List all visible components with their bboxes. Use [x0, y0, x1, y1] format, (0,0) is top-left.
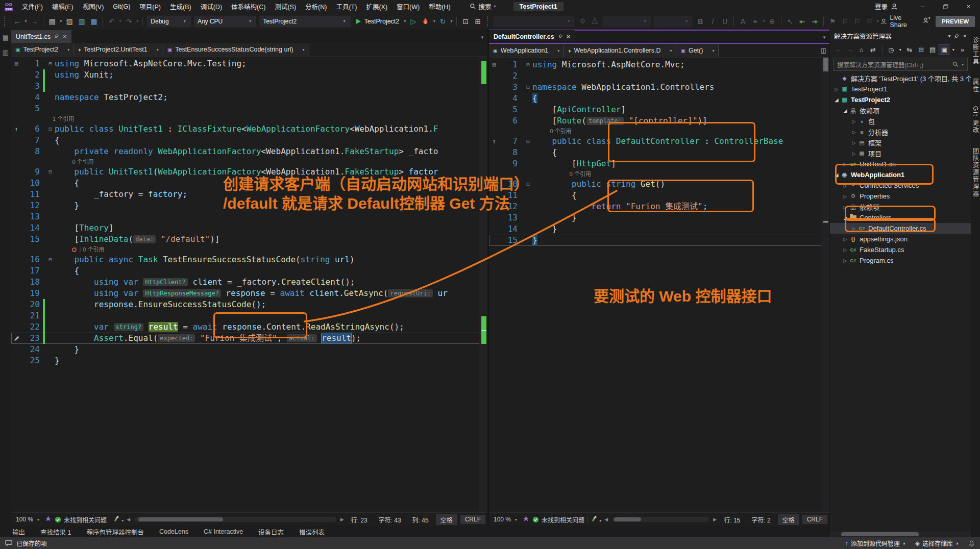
sign-in-button[interactable]: 登录 [875, 2, 898, 11]
fold-marker[interactable] [46, 265, 55, 277]
code-line[interactable]: 12 return "Furion 集成测试"; [489, 201, 829, 212]
code-line[interactable]: 8 { [489, 147, 829, 158]
close-tab-icon[interactable]: × [63, 33, 67, 40]
code-line[interactable]: 5 [ApiController] [489, 104, 829, 115]
collapse-all-icon[interactable]: ⊟ [916, 44, 926, 55]
menu-item-2[interactable]: 视图(V) [78, 0, 109, 13]
code-line[interactable]: 15 [InlineData(data: "/default")] [11, 234, 487, 245]
tree-item-properties[interactable]: ▷⚙Properties [830, 191, 971, 202]
menu-item-11[interactable]: 扩展(X) [361, 0, 392, 13]
search-box[interactable]: 搜索 ▾ [470, 2, 496, 11]
pin-icon[interactable] [54, 34, 59, 40]
close-tab-icon[interactable]: × [567, 33, 571, 40]
fold-marker[interactable]: ⊟ [46, 166, 55, 178]
zoom-select[interactable]: 100 %▾ [13, 516, 42, 523]
fold-marker[interactable] [46, 222, 55, 234]
fold-marker[interactable] [524, 190, 532, 201]
tree-item-testproject2[interactable]: ◢▣TestProject2 [830, 94, 971, 105]
code-line[interactable]: 6 [Route(template: "[controller]")] [489, 115, 829, 127]
fold-marker[interactable] [46, 299, 55, 310]
toolbar-button-open-folder[interactable]: ▨ [63, 15, 76, 28]
toolbar-button-navigate-back[interactable]: ← [11, 15, 23, 28]
code-line[interactable]: 3⊟namespace WebApplication1.Controllers [489, 82, 829, 93]
side-tab-0[interactable]: 诊断工具 [971, 37, 980, 65]
toolbar-button-bookmark-next[interactable]: ⚐ [851, 15, 863, 28]
code-line[interactable]: 19 using var HttpResponseMessage? respon… [11, 288, 487, 299]
tree-item-defaultcontroller-cs[interactable]: ▷C#DefaultController.cs [830, 223, 971, 234]
tab-overflow-icon[interactable]: ▼ [822, 35, 826, 40]
tree-item-program-cs[interactable]: ▷C#Program.cs [830, 255, 971, 266]
toolbar-grip[interactable] [4, 16, 9, 27]
caret[interactable]: ▾ [950, 44, 956, 55]
toolbar-button-pointer[interactable]: ↖ [784, 15, 796, 28]
menu-item-9[interactable]: 分析(N) [301, 0, 331, 13]
fold-marker[interactable] [46, 310, 55, 321]
menu-item-0[interactable]: 文件(F) [17, 0, 47, 13]
preview-button[interactable]: PREVIEW [936, 16, 975, 27]
code-line[interactable]: 23 Assert.Equal(expected: "Furion 集成测试",… [11, 333, 487, 344]
expanded-arrow-icon[interactable]: ◢ [842, 108, 849, 113]
dropdown-caret-icon[interactable]: ▾ [432, 19, 437, 23]
collapsed-arrow-icon[interactable]: ▷ [842, 237, 849, 242]
menu-item-1[interactable]: 编辑(E) [47, 0, 78, 13]
fold-marker[interactable] [524, 201, 532, 212]
code-line[interactable]: 8 private readonly WebApplicationFactory… [11, 146, 487, 157]
expanded-arrow-icon[interactable]: ◢ [833, 97, 840, 103]
pin-icon[interactable] [953, 33, 960, 39]
zoom-select[interactable]: 100 %▾ [491, 516, 520, 523]
toolbar-combo-30[interactable]: ▾ [494, 16, 575, 27]
feedback-button[interactable] [923, 17, 930, 26]
solution-search-input[interactable]: 搜索解决方案资源管理器(Ctrl+;) ▾ [833, 58, 968, 71]
more-icon[interactable]: » [957, 44, 968, 55]
scroll-left-icon[interactable]: ◀ [127, 517, 130, 522]
code-line[interactable]: ↑6⊟public class UnitTest1 : IClassFixtur… [11, 123, 487, 135]
menu-item-3[interactable]: Git(G) [108, 0, 135, 13]
toolbar-button-italic[interactable]: / [706, 15, 719, 28]
breadcrumb-item-1[interactable]: ♦TestProject2.UnitTest1▾ [74, 43, 163, 56]
dropdown-caret-icon[interactable]: ▾ [118, 19, 123, 23]
code-line[interactable]: 22 var string? result = await response.C… [11, 321, 487, 333]
collapsed-arrow-icon[interactable]: ▷ [850, 140, 857, 145]
fold-marker[interactable]: ⊟ [46, 123, 55, 135]
panel-tab-5[interactable]: 设备日志 [258, 527, 284, 537]
dropdown-caret-icon[interactable]: ▾ [402, 19, 407, 23]
toolbar-button-bold[interactable]: B [694, 15, 706, 28]
collapsed-arrow-icon[interactable]: ▷ [842, 162, 849, 167]
code-cleanup-button[interactable]: ▾ [591, 515, 601, 523]
code-line[interactable]: 24 } [11, 344, 487, 355]
fold-marker[interactable] [46, 355, 55, 366]
code-line[interactable]: 4namespace TestProject2; [11, 92, 487, 103]
tree-item-testproject1[interactable]: ▷▣TestProject1 [830, 84, 971, 94]
live-share-button[interactable]: Live Share [880, 14, 918, 29]
tree-item-fakestartup-cs[interactable]: ▷C#FakeStartup.cs [830, 244, 971, 255]
code-line[interactable]: 13 [11, 211, 487, 222]
fold-marker[interactable] [524, 147, 532, 158]
fold-marker[interactable] [46, 234, 55, 245]
tree-item-controllers[interactable]: ◢Controllers [830, 212, 971, 223]
toolbar-button-hot-reload-flame[interactable] [420, 15, 432, 28]
left-strip-tool-icon-0[interactable]: ▤ [3, 34, 9, 41]
toolbar-combo-33[interactable]: ▾ [602, 16, 651, 27]
vertical-scrollbar[interactable] [479, 57, 487, 512]
collapsed-arrow-icon[interactable]: ▷ [842, 183, 849, 188]
scroll-left-icon[interactable]: ◀ [604, 517, 608, 522]
tree-item-unittest1-cs[interactable]: ▷C#UnitTest1.cs [830, 159, 971, 169]
code-line[interactable]: 3 [11, 81, 487, 92]
notifications-bell-icon[interactable] [968, 540, 975, 547]
side-tab-2[interactable]: Git 更改 [971, 106, 980, 134]
collapsed-arrow-icon[interactable]: ▷ [842, 205, 849, 210]
code-line[interactable]: 11 { [489, 190, 829, 201]
fold-marker[interactable] [46, 211, 55, 222]
menu-item-13[interactable]: 帮助(H) [424, 0, 455, 13]
toolbar-button-bookmark-prev[interactable]: ⚐ [839, 15, 851, 28]
horizontal-scrollbar[interactable] [134, 517, 336, 522]
toolbar-button-save[interactable]: ▥ [76, 15, 88, 28]
sync-active-document-icon[interactable]: ⇆ [904, 44, 915, 55]
menu-item-10[interactable]: 工具(T) [331, 0, 361, 13]
code-line[interactable]: 2using Xunit; [11, 69, 487, 81]
code-line[interactable]: ▤1⊟using Microsoft.AspNetCore.Mvc.Testin… [11, 58, 487, 69]
code-line[interactable]: 13 } [489, 212, 829, 223]
toolbar-button-rename-symbol[interactable]: ⟐ [576, 15, 589, 28]
fold-marker[interactable] [524, 70, 532, 82]
code-line[interactable]: 15} [489, 235, 829, 246]
